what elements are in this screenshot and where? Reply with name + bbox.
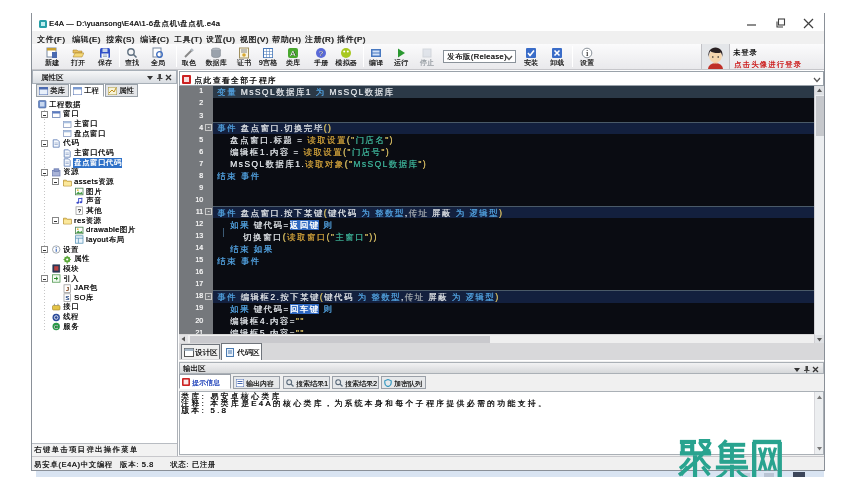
svg-text:A: A xyxy=(290,49,296,58)
svg-text:i: i xyxy=(586,49,588,58)
svg-text:?: ? xyxy=(319,49,324,58)
svg-text:C: C xyxy=(54,324,59,330)
svg-text:S: S xyxy=(65,295,69,301)
svg-text:J: J xyxy=(66,286,69,292)
